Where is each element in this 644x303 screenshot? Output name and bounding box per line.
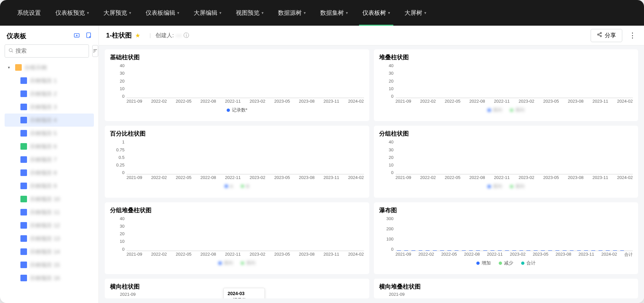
chevron-down-icon: ▾ bbox=[304, 11, 306, 15]
new-folder-icon[interactable] bbox=[73, 32, 80, 40]
search-icon bbox=[8, 48, 14, 54]
star-icon[interactable]: ★ bbox=[135, 32, 140, 39]
tree-item-5[interactable]: 示例项目 6 bbox=[5, 140, 94, 153]
nav-item-8[interactable]: 仪表板树▾ bbox=[355, 0, 397, 26]
sidebar-title: 仪表板 bbox=[7, 32, 26, 40]
chart-stacked[interactable] bbox=[396, 63, 633, 98]
svg-line-14 bbox=[599, 33, 601, 34]
chevron-down-icon: ▾ bbox=[388, 11, 390, 15]
dashboard-icon bbox=[20, 275, 27, 281]
chart-grouped-stacked[interactable] bbox=[126, 215, 364, 251]
panel-basic-bar: 基础柱状图4030201002021-092022-022022-052022-… bbox=[105, 49, 369, 121]
panel-horizontal-stacked-bar: 横向堆叠柱状图2021-09 bbox=[374, 279, 638, 298]
x-axis: 2021-092022-022022-052022-082022-112023-… bbox=[126, 174, 364, 182]
dashboard-icon bbox=[20, 209, 27, 215]
page-title: 1-柱状图 bbox=[106, 31, 132, 40]
chart-percent[interactable] bbox=[126, 139, 364, 174]
chevron-down-icon: ▾ bbox=[177, 11, 179, 15]
sort-button[interactable] bbox=[92, 45, 98, 57]
chart-waterfall[interactable] bbox=[396, 215, 633, 251]
nav-item-4[interactable]: 大屏编辑▾ bbox=[186, 0, 229, 26]
tree-item-14[interactable]: 示例项目 15 bbox=[5, 258, 94, 271]
tree-item-12[interactable]: 示例项目 13 bbox=[5, 232, 94, 245]
content-header: 1-柱状图 ★ | 创建人: — ⓘ 分享 ⋮ bbox=[99, 26, 644, 45]
dashboard-icon bbox=[20, 222, 27, 229]
content: 1-柱状图 ★ | 创建人: — ⓘ 分享 ⋮ 基础柱状图40302010020… bbox=[99, 26, 644, 303]
creator-info: 创建人: — ⓘ bbox=[155, 32, 189, 39]
dashboard-icon bbox=[20, 117, 27, 123]
tree-item-0[interactable]: 示例项目 1 bbox=[5, 74, 94, 87]
dashboard-icon bbox=[20, 235, 27, 242]
new-item-icon[interactable] bbox=[85, 32, 92, 40]
chevron-down-icon: ▾ bbox=[262, 11, 264, 15]
tree-item-6[interactable]: 示例项目 7 bbox=[5, 153, 94, 166]
x-axis: 2021-092022-022022-052022-082022-112023-… bbox=[126, 251, 364, 258]
chevron-down-icon: ▾ bbox=[129, 11, 131, 15]
svg-point-13 bbox=[600, 36, 602, 37]
panel-grouped-bar: 分组柱状图4030201002021-092022-022022-052022-… bbox=[374, 126, 638, 197]
nav-item-2[interactable]: 大屏预览▾ bbox=[96, 0, 138, 26]
nav-item-5[interactable]: 视图预览▾ bbox=[229, 0, 271, 26]
chart-grouped[interactable] bbox=[396, 139, 633, 174]
nav-item-7[interactable]: 数据集树▾ bbox=[313, 0, 355, 26]
info-icon[interactable]: ⓘ bbox=[183, 32, 189, 39]
tree-item-15[interactable]: 示例项目 16 bbox=[5, 271, 94, 285]
x-axis: 2021-092022-022022-052022-082022-112023-… bbox=[396, 98, 633, 105]
tree-item-3[interactable]: 示例项目 4 bbox=[5, 114, 94, 127]
svg-line-15 bbox=[599, 35, 601, 36]
x-axis: 2021-092022-022022-052022-082022-112023-… bbox=[396, 174, 633, 182]
tree-item-8[interactable]: 示例项目 9 bbox=[5, 179, 94, 192]
dashboard-icon bbox=[20, 183, 27, 189]
search-input-wrapper bbox=[5, 44, 89, 58]
search-input[interactable] bbox=[15, 48, 85, 54]
tree-item-4[interactable]: 示例项目 5 bbox=[5, 127, 94, 140]
dashboard-icon bbox=[20, 196, 27, 202]
tree-item-13[interactable]: 示例项目 14 bbox=[5, 245, 94, 258]
sidebar-header: 仪表板 bbox=[5, 29, 94, 44]
chevron-down-icon: ▾ bbox=[424, 11, 426, 15]
svg-point-12 bbox=[598, 34, 599, 35]
tree-item-9[interactable]: 示例项目 10 bbox=[5, 192, 94, 206]
chart-basic[interactable] bbox=[126, 63, 364, 98]
dashboard-icon bbox=[20, 104, 27, 110]
svg-point-6 bbox=[9, 49, 12, 52]
tree-item-2[interactable]: 示例项目 3 bbox=[5, 100, 94, 114]
tree-item-10[interactable]: 示例项目 11 bbox=[5, 206, 94, 219]
sidebar: 仪表板 bbox=[0, 26, 99, 303]
chart-tooltip: 2024-03记录数40 bbox=[223, 288, 265, 298]
more-button[interactable]: ⋮ bbox=[629, 31, 637, 40]
share-button[interactable]: 分享 bbox=[591, 29, 622, 42]
tree-item-11[interactable]: 示例项目 12 bbox=[5, 219, 94, 232]
dashboard-icon bbox=[20, 156, 27, 163]
y-axis: 3002001000 bbox=[379, 215, 396, 258]
main-area: 仪表板 bbox=[0, 26, 644, 303]
top-nav: 系统设置仪表板预览▾大屏预览▾仪表板编辑▾大屏编辑▾视图预览▾数据源树▾数据集树… bbox=[0, 0, 644, 26]
folder-icon bbox=[15, 64, 22, 71]
panel-percent-bar: 百分比柱状图10.750.50.2502021-092022-022022-05… bbox=[105, 126, 369, 197]
y-axis: 403020100 bbox=[110, 215, 126, 258]
dashboard-icon bbox=[20, 130, 27, 137]
nav-item-6[interactable]: 数据源树▾ bbox=[271, 0, 313, 26]
panel-stacked-bar: 堆叠柱状图4030201002021-092022-022022-052022-… bbox=[374, 49, 638, 121]
nav-item-1[interactable]: 仪表板预览▾ bbox=[48, 0, 96, 26]
nav-item-9[interactable]: 大屏树▾ bbox=[397, 0, 434, 26]
chevron-down-icon: ▾ bbox=[87, 11, 89, 15]
dashboard-icon bbox=[20, 90, 27, 97]
tree-folder[interactable]: ▾分组示例 bbox=[5, 61, 94, 74]
dashboard-icon bbox=[20, 143, 27, 150]
panel-waterfall: 瀑布图30020010002021-092022-022022-052022-0… bbox=[374, 202, 638, 274]
tree-item-1[interactable]: 示例项目 2 bbox=[5, 87, 94, 100]
y-axis: 403020100 bbox=[379, 63, 396, 105]
tree-item-7[interactable]: 示例项目 8 bbox=[5, 166, 94, 179]
dashboard-icon bbox=[20, 248, 27, 255]
app-root: 系统设置仪表板预览▾大屏预览▾仪表板编辑▾大屏编辑▾视图预览▾数据源树▾数据集树… bbox=[0, 0, 644, 303]
nav-item-0[interactable]: 系统设置 bbox=[10, 0, 48, 26]
panel-grouped-stacked-bar: 分组堆叠柱状图4030201002021-092022-022022-05202… bbox=[105, 202, 369, 274]
nav-item-3[interactable]: 仪表板编辑▾ bbox=[138, 0, 186, 26]
share-icon bbox=[597, 32, 602, 39]
y-axis: 10.750.50.250 bbox=[110, 139, 126, 182]
svg-point-11 bbox=[600, 32, 602, 34]
chevron-down-icon: ▾ bbox=[346, 11, 348, 15]
svg-line-7 bbox=[12, 51, 13, 52]
x-axis: 2021-092022-022022-052022-082022-112023-… bbox=[126, 98, 364, 105]
